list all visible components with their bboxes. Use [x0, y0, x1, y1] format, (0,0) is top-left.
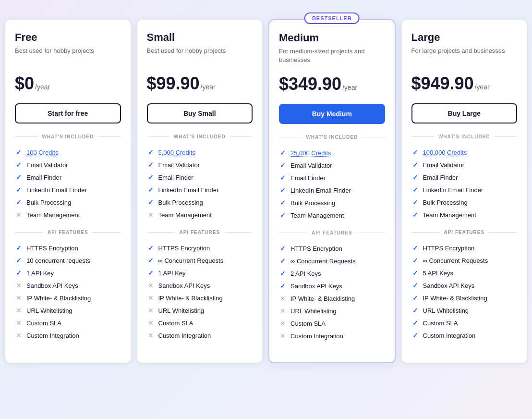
plan-card-free: FreeBest used for hobby projects $0 /yea…	[5, 19, 131, 363]
price-period-large: /year	[475, 83, 490, 91]
check-icon: ✓	[147, 148, 155, 156]
feature-text: Email Finder	[158, 174, 193, 181]
api-feature-item: ✓1 API Key	[15, 267, 121, 279]
feature-text: Email Validator	[158, 161, 200, 169]
plan-card-small: SmallBest used for hobby projects $99.90…	[137, 19, 263, 363]
check-icon: ✓	[411, 282, 419, 289]
feature-text: Bulk Processing	[26, 199, 71, 206]
buy-button-medium[interactable]: Buy Medium	[279, 104, 385, 124]
check-icon: ✓	[411, 294, 419, 302]
cross-icon: ✕	[279, 307, 287, 315]
api-feature-text: 5 API Keys	[423, 270, 454, 277]
feature-text: Team Management	[158, 211, 212, 219]
api-feature-item: ✓∞ Concurrent Requests	[147, 254, 253, 267]
api-feature-item: ✕Sandbox API Keys	[15, 279, 121, 292]
feature-text: Email Validator	[290, 162, 332, 169]
included-list-small: ✓5,000 Credits✓Email Validator✓Email Fin…	[147, 146, 253, 221]
feature-text: Bulk Processing	[158, 199, 203, 206]
cross-icon: ✕	[15, 211, 23, 219]
price-period-small: /year	[201, 83, 216, 91]
plan-desc-small: Best used for hobby projects	[147, 47, 253, 64]
buy-button-free[interactable]: Start for free	[15, 103, 121, 123]
check-icon: ✓	[411, 332, 419, 339]
api-feature-item: ✕URL Whitelisting	[279, 305, 385, 317]
feature-item: ✓Bulk Processing	[15, 196, 121, 209]
api-feature-item: ✓Custom Integration	[411, 329, 518, 342]
check-icon: ✓	[15, 161, 23, 169]
cross-icon: ✕	[147, 307, 155, 314]
included-list-free: ✓100 Credits✓Email Validator✓Email Finde…	[15, 146, 121, 221]
api-feature-item: ✓Custom SLA	[411, 317, 518, 329]
cross-icon: ✕	[15, 307, 23, 314]
api-feature-text: IP White- & Blacklisting	[26, 295, 91, 302]
feature-item: ✓Bulk Processing	[147, 196, 253, 209]
check-icon: ✓	[279, 270, 287, 277]
check-icon: ✓	[15, 269, 23, 277]
api-feature-text: Custom Integration	[423, 332, 476, 339]
cross-icon: ✕	[279, 295, 287, 302]
feature-text: Email Finder	[423, 174, 458, 181]
api-feature-text: Custom SLA	[26, 320, 61, 327]
feature-item: ✕Team Management	[15, 209, 121, 221]
check-icon: ✓	[279, 245, 287, 252]
check-icon: ✓	[411, 244, 419, 252]
check-icon: ✓	[279, 257, 287, 265]
price-period-free: /year	[35, 83, 50, 91]
feature-text: Team Management	[423, 211, 476, 219]
api-feature-item: ✓1 API Key	[147, 267, 253, 279]
api-feature-item: ✓2 API Keys	[279, 267, 385, 280]
section-label-included-medium: WHAT'S INCLUDED	[306, 135, 358, 140]
included-list-medium: ✓25,000 Credits✓Email Validator✓Email Fi…	[279, 147, 385, 222]
check-icon: ✓	[411, 269, 419, 277]
plan-price-large: $949.90 /year	[411, 74, 518, 94]
feature-item: ✓Email Validator	[147, 159, 253, 171]
check-icon: ✓	[411, 307, 419, 314]
feature-text: Email Finder	[290, 174, 326, 182]
api-feature-text: URL Whitelisting	[423, 307, 469, 314]
feature-text: LinkedIn Email Finder	[158, 186, 219, 194]
feature-item: ✓Bulk Processing	[411, 196, 518, 209]
cross-icon: ✕	[147, 282, 155, 289]
api-feature-text: Custom Integration	[26, 332, 79, 339]
plan-price-small: $99.90 /year	[147, 74, 253, 94]
cross-icon: ✕	[147, 332, 155, 339]
cross-icon: ✕	[147, 319, 155, 327]
api-feature-text: Custom SLA	[158, 320, 193, 327]
plan-desc-medium: For medium-sized projects and businesses	[279, 47, 385, 64]
feature-item: ✓Email Validator	[279, 159, 385, 172]
api-feature-text: HTTPS Encryption	[158, 245, 210, 252]
api-feature-item: ✓HTTPS Encryption	[279, 242, 385, 255]
buy-button-small[interactable]: Buy Small	[147, 103, 253, 123]
api-feature-item: ✕Custom SLA	[15, 317, 121, 329]
plan-card-medium: BESTSELLERMediumFor medium-sized project…	[268, 19, 396, 363]
plan-desc-free: Best used for hobby projects	[15, 47, 121, 64]
feature-item: ✓Email Finder	[411, 171, 518, 184]
price-amount-large: $949.90	[411, 74, 474, 94]
check-icon: ✓	[15, 186, 23, 194]
section-divider-included-small: WHAT'S INCLUDED	[147, 134, 253, 139]
check-icon: ✓	[15, 148, 23, 156]
check-icon: ✓	[411, 186, 419, 194]
api-list-large: ✓HTTPS Encryption✓∞ Concurrent Requests✓…	[411, 242, 518, 342]
api-feature-item: ✓∞ Concurrent Requests	[411, 254, 518, 267]
check-icon: ✓	[147, 173, 155, 181]
check-icon: ✓	[279, 186, 287, 194]
check-icon: ✓	[411, 257, 419, 264]
api-feature-item: ✕Custom Integration	[15, 329, 121, 342]
check-icon: ✓	[147, 161, 155, 169]
buy-button-large[interactable]: Buy Large	[411, 103, 518, 123]
check-icon: ✓	[147, 244, 155, 252]
price-amount-free: $0	[15, 74, 34, 94]
cross-icon: ✕	[15, 294, 23, 302]
api-feature-text: ∞ Concurrent Requests	[158, 257, 224, 264]
check-icon: ✓	[411, 211, 419, 219]
api-feature-item: ✕IP White- & Blacklisting	[147, 292, 253, 304]
feature-item: ✓Email Finder	[279, 172, 385, 184]
plan-price-medium: $349.90 /year	[279, 74, 385, 94]
check-icon: ✓	[15, 198, 23, 206]
included-list-large: ✓100,000 Credits✓Email Validator✓Email F…	[411, 146, 518, 221]
section-label-api-small: API FEATURES	[179, 230, 220, 235]
api-feature-text: IP White- & Blacklisting	[158, 295, 223, 302]
plan-name-large: Large	[411, 31, 518, 44]
api-feature-item: ✓5 API Keys	[411, 267, 518, 279]
